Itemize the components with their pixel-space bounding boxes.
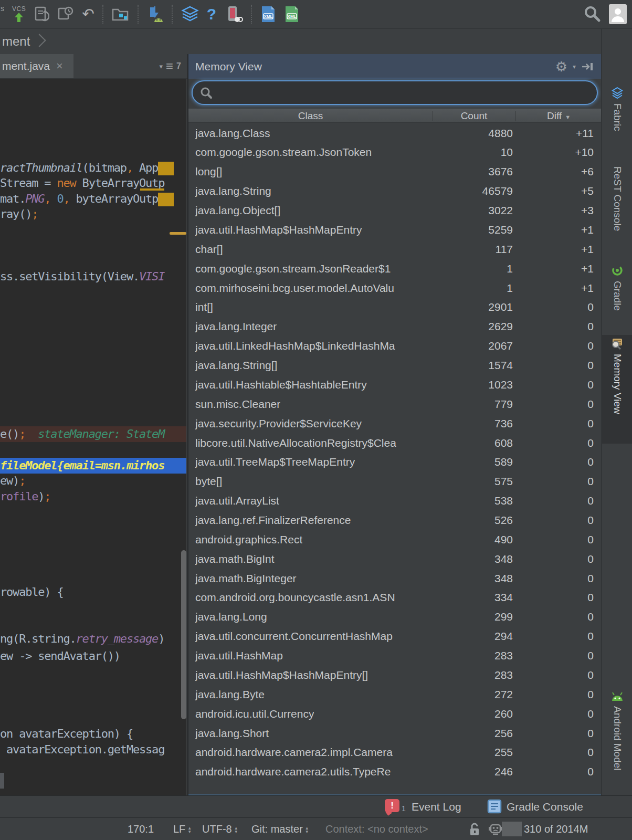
table-row[interactable]: java.util.HashMap2830 — [188, 646, 601, 665]
table-row[interactable]: java.lang.String46579+5 — [188, 181, 601, 201]
avatar[interactable] — [609, 4, 627, 24]
git-branch-widget[interactable]: Git: master▲▼ — [251, 818, 309, 840]
table-row[interactable]: java.lang.Long2990 — [188, 607, 601, 626]
event-log-button[interactable]: Event Log — [412, 796, 461, 817]
gear-dropdown-icon[interactable]: ▾ — [573, 63, 576, 70]
table-row[interactable]: com.google.gson.stream.JsonReader$11+1 — [188, 259, 601, 278]
sdk-download-icon[interactable] — [147, 5, 164, 23]
table-row[interactable]: java.util.Hashtable$HashtableEntry10230 — [188, 375, 601, 394]
table-row[interactable]: byte[]5750 — [188, 471, 601, 491]
memory-search-input[interactable] — [218, 86, 587, 99]
table-row[interactable]: libcore.util.NativeAllocationRegistry$Cl… — [188, 433, 601, 453]
table-row[interactable]: java.lang.String[]15740 — [188, 355, 601, 375]
project-structure-icon[interactable] — [112, 6, 130, 22]
unlock-icon[interactable] — [469, 822, 480, 836]
gear-icon[interactable]: ⚙ — [555, 60, 567, 74]
table-row[interactable]: java.security.Provider$ServiceKey7360 — [188, 414, 601, 433]
table-row[interactable]: java.util.ArrayList5380 — [188, 491, 601, 510]
column-header-diff[interactable]: Diff▼ — [515, 109, 602, 123]
code-line[interactable]: ng(R.string.retry_message) — [0, 631, 186, 647]
instant-run-layers-icon[interactable] — [181, 6, 199, 23]
xml-file-blue-icon[interactable]: XML — [260, 5, 276, 23]
cell-diff: +1 — [581, 239, 594, 259]
breadcrumb-bar: ment — [0, 29, 632, 54]
code-line[interactable]: ractThumbnail(bitmap, App — [0, 160, 186, 176]
table-row[interactable]: char[]117+1 — [188, 239, 601, 259]
sidebar-tab-gradle[interactable]: Gradle — [602, 262, 632, 328]
memory-indicator[interactable]: 310 of 2014M — [502, 818, 623, 840]
table-row[interactable]: android.hardware.camera2.impl.Camera2550 — [188, 742, 601, 762]
undo-icon[interactable]: ↶ — [82, 7, 94, 22]
caret-position[interactable]: 170:1 — [128, 818, 154, 840]
encoding-widget[interactable]: UTF-8▲▼ — [202, 818, 238, 840]
tab-dropdown-icon[interactable]: ▾ — [160, 62, 163, 70]
gradle-console-button[interactable]: Gradle Console — [507, 796, 583, 817]
code-line[interactable]: on avatarException) { — [0, 726, 186, 742]
table-row[interactable]: long[]3676+6 — [188, 162, 601, 181]
help-icon[interactable]: ? — [207, 6, 216, 22]
cell-class-name: java.lang.String[] — [195, 355, 277, 375]
table-row[interactable]: com.mirhoseini.bcg.user.model.AutoValu1+… — [188, 278, 601, 298]
android-icon — [610, 691, 624, 702]
table-row[interactable]: java.lang.ref.FinalizerReference5260 — [188, 510, 601, 530]
code-text: ew -> sendAvatar()) — [0, 649, 120, 663]
table-row[interactable]: java.lang.Integer26290 — [188, 317, 601, 336]
code-line[interactable]: ew); — [0, 473, 186, 489]
column-header-count[interactable]: Count — [433, 109, 515, 123]
hide-panel-icon[interactable] — [581, 61, 594, 72]
table-row[interactable]: android.hardware.camera2.utils.TypeRe246… — [188, 762, 601, 781]
xml-file-green-icon[interactable]: XML — [284, 5, 300, 23]
tab-list-icon[interactable]: ≡ — [166, 59, 173, 74]
code-line[interactable]: rofile); — [0, 489, 186, 505]
code-line[interactable]: rowable) { — [0, 584, 186, 600]
table-row[interactable]: com.google.gson.stream.JsonToken10+10 — [188, 142, 601, 162]
table-row[interactable]: java.math.BigInt3480 — [188, 549, 601, 569]
code-line[interactable]: avatarException.getMessag — [0, 742, 186, 758]
sidebar-tab-rest-console[interactable]: ReST Console — [602, 166, 632, 256]
gradle-console-icon[interactable] — [487, 799, 502, 814]
table-row[interactable]: java.lang.Byte2720 — [188, 685, 601, 704]
cell-class-name: java.util.Hashtable$HashtableEntry — [195, 375, 367, 394]
table-row[interactable]: com.android.org.bouncycastle.asn1.ASN334… — [188, 587, 601, 607]
table-row[interactable]: android.graphics.Rect4900 — [188, 530, 601, 549]
table-row[interactable]: java.util.LinkedHashMap$LinkedHashMa2067… — [188, 336, 601, 355]
editor-scrollbar[interactable] — [181, 550, 186, 719]
event-balloon-icon[interactable]: ! — [385, 799, 399, 812]
sidebar-tab-fabric[interactable]: Fabric — [602, 85, 632, 161]
vcs-update-button[interactable]: VCS — [12, 6, 26, 23]
search-everywhere-icon[interactable] — [583, 5, 601, 23]
code-line[interactable]: ew -> sendAvatar()) — [0, 648, 186, 664]
table-row[interactable]: java.lang.Class4880+11 — [188, 123, 601, 143]
context-widget[interactable]: Context: <no context> — [325, 818, 428, 840]
code-line[interactable]: e(); stateManager: StateM — [0, 426, 186, 442]
table-row[interactable]: android.icu.util.Currency2600 — [188, 704, 601, 723]
code-line[interactable]: mat.PNG, 0, byteArrayOutp — [0, 191, 186, 207]
local-history-icon[interactable] — [57, 6, 74, 23]
code-line[interactable]: ray(); — [0, 206, 186, 222]
code-editor[interactable]: ractThumbnail(bitmap, AppStream = new By… — [0, 79, 186, 795]
table-row[interactable]: java.util.concurrent.ConcurrentHashMap29… — [188, 626, 601, 646]
table-row[interactable]: java.util.HashMap$HashMapEntry5259+1 — [188, 220, 601, 239]
table-row[interactable]: java.lang.Object[]3022+3 — [188, 201, 601, 220]
table-row[interactable]: java.lang.Short2560 — [188, 723, 601, 743]
code-line[interactable]: Stream = new ByteArrayOutp — [0, 175, 186, 191]
breadcrumb[interactable]: ment — [2, 34, 30, 49]
table-row[interactable]: java.math.BigInteger3480 — [188, 569, 601, 588]
code-text — [50, 192, 57, 205]
robot-icon[interactable] — [488, 822, 503, 836]
commit-changes-icon[interactable] — [34, 6, 49, 23]
cell-count: 1 — [507, 278, 513, 298]
sidebar-tab-memory-view[interactable]: Memory View — [602, 335, 632, 444]
table-row[interactable]: java.util.TreeMap$TreeMapEntry5890 — [188, 452, 601, 471]
tab-close-icon[interactable]: × — [56, 61, 63, 71]
editor-tab[interactable]: ment.java × — [0, 54, 73, 78]
line-separator-widget[interactable]: LF▲▼ — [173, 818, 192, 840]
column-header-class[interactable]: Class — [188, 109, 433, 123]
screen-capture-icon[interactable] — [224, 5, 243, 23]
toolbar-separator — [172, 5, 173, 24]
table-row[interactable]: int[]29010 — [188, 297, 601, 317]
table-row[interactable]: sun.misc.Cleaner7790 — [188, 394, 601, 414]
code-line[interactable]: ss.setVisibility(View.VISI — [0, 269, 186, 285]
code-line[interactable]: fileModel{email=msn.mirhos — [0, 458, 186, 474]
table-row[interactable]: java.util.HashMap$HashMapEntry[]2830 — [188, 665, 601, 685]
